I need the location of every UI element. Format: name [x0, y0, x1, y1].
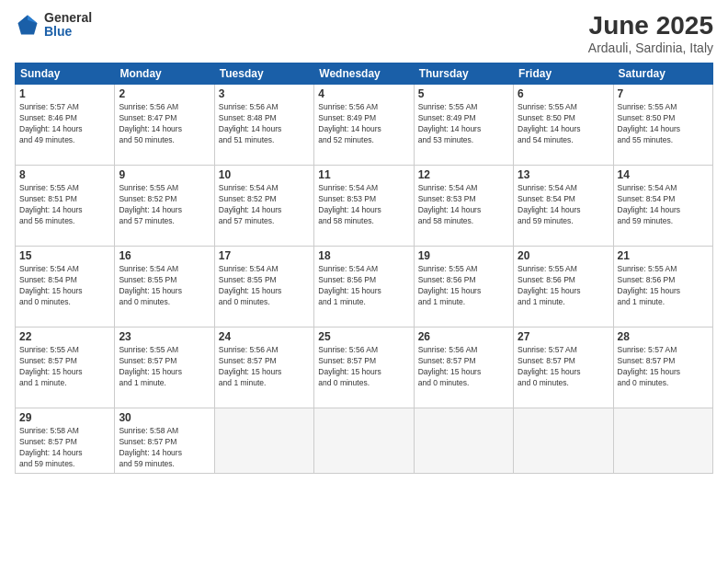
day-cell: 6Sunrise: 5:55 AM Sunset: 8:50 PM Daylig… — [514, 85, 613, 166]
day-info: Sunrise: 5:54 AM Sunset: 8:56 PM Dayligh… — [318, 264, 409, 308]
day-info: Sunrise: 5:55 AM Sunset: 8:57 PM Dayligh… — [19, 345, 110, 389]
day-number: 2 — [119, 87, 210, 100]
day-cell: 17Sunrise: 5:54 AM Sunset: 8:55 PM Dayli… — [214, 247, 313, 327]
header-saturday: Saturday — [613, 63, 712, 85]
day-cell — [514, 408, 613, 474]
day-info: Sunrise: 5:55 AM Sunset: 8:57 PM Dayligh… — [119, 345, 210, 389]
day-number: 11 — [318, 168, 409, 181]
day-cell: 19Sunrise: 5:55 AM Sunset: 8:56 PM Dayli… — [414, 247, 513, 327]
day-info: Sunrise: 5:54 AM Sunset: 8:55 PM Dayligh… — [119, 264, 210, 308]
logo-text: General Blue — [44, 11, 92, 40]
day-number: 30 — [119, 411, 210, 424]
day-cell: 10Sunrise: 5:54 AM Sunset: 8:52 PM Dayli… — [214, 166, 313, 247]
title-area: June 2025 Ardauli, Sardinia, Italy — [588, 11, 713, 55]
day-number: 27 — [518, 330, 609, 343]
day-cell: 30Sunrise: 5:58 AM Sunset: 8:57 PM Dayli… — [115, 408, 214, 474]
day-cell — [314, 408, 414, 474]
day-cell: 13Sunrise: 5:54 AM Sunset: 8:54 PM Dayli… — [514, 166, 613, 247]
day-number: 16 — [119, 249, 210, 262]
day-info: Sunrise: 5:58 AM Sunset: 8:57 PM Dayligh… — [19, 426, 110, 470]
day-cell: 25Sunrise: 5:56 AM Sunset: 8:57 PM Dayli… — [314, 327, 414, 408]
day-cell: 1Sunrise: 5:57 AM Sunset: 8:46 PM Daylig… — [16, 85, 115, 166]
header-wednesday: Wednesday — [314, 63, 414, 85]
day-info: Sunrise: 5:55 AM Sunset: 8:51 PM Dayligh… — [19, 183, 110, 227]
day-number: 15 — [19, 249, 110, 262]
day-info: Sunrise: 5:57 AM Sunset: 8:46 PM Dayligh… — [19, 102, 110, 146]
day-info: Sunrise: 5:56 AM Sunset: 8:57 PM Dayligh… — [318, 345, 409, 389]
day-info: Sunrise: 5:54 AM Sunset: 8:52 PM Dayligh… — [219, 183, 310, 227]
day-info: Sunrise: 5:54 AM Sunset: 8:54 PM Dayligh… — [618, 183, 709, 227]
day-number: 7 — [618, 87, 709, 100]
day-cell: 24Sunrise: 5:56 AM Sunset: 8:57 PM Dayli… — [214, 327, 313, 408]
day-info: Sunrise: 5:55 AM Sunset: 8:56 PM Dayligh… — [618, 264, 709, 308]
header: General Blue June 2025 Ardauli, Sardinia… — [15, 11, 713, 55]
day-number: 13 — [518, 168, 609, 181]
day-cell: 22Sunrise: 5:55 AM Sunset: 8:57 PM Dayli… — [16, 327, 115, 408]
calendar-subtitle: Ardauli, Sardinia, Italy — [588, 40, 713, 55]
day-cell — [214, 408, 313, 474]
day-info: Sunrise: 5:56 AM Sunset: 8:57 PM Dayligh… — [219, 345, 310, 389]
day-number: 3 — [219, 87, 310, 100]
day-number: 28 — [618, 330, 709, 343]
day-number: 20 — [518, 249, 609, 262]
day-number: 25 — [318, 330, 409, 343]
day-cell: 12Sunrise: 5:54 AM Sunset: 8:53 PM Dayli… — [414, 166, 513, 247]
day-number: 21 — [618, 249, 709, 262]
day-cell: 4Sunrise: 5:56 AM Sunset: 8:49 PM Daylig… — [314, 85, 414, 166]
day-number: 10 — [219, 168, 310, 181]
day-cell: 2Sunrise: 5:56 AM Sunset: 8:47 PM Daylig… — [115, 85, 214, 166]
day-info: Sunrise: 5:55 AM Sunset: 8:52 PM Dayligh… — [119, 183, 210, 227]
day-cell: 3Sunrise: 5:56 AM Sunset: 8:48 PM Daylig… — [214, 85, 313, 166]
day-number: 14 — [618, 168, 709, 181]
day-cell: 26Sunrise: 5:56 AM Sunset: 8:57 PM Dayli… — [414, 327, 513, 408]
day-number: 6 — [518, 87, 609, 100]
day-number: 8 — [19, 168, 110, 181]
header-sunday: Sunday — [16, 63, 115, 85]
day-cell: 11Sunrise: 5:54 AM Sunset: 8:53 PM Dayli… — [314, 166, 414, 247]
logo-general-text: General — [44, 11, 92, 25]
header-monday: Monday — [115, 63, 214, 85]
day-info: Sunrise: 5:55 AM Sunset: 8:56 PM Dayligh… — [518, 264, 609, 308]
day-info: Sunrise: 5:55 AM Sunset: 8:56 PM Dayligh… — [418, 264, 509, 308]
day-info: Sunrise: 5:54 AM Sunset: 8:55 PM Dayligh… — [219, 264, 310, 308]
day-info: Sunrise: 5:56 AM Sunset: 8:48 PM Dayligh… — [219, 102, 310, 146]
day-number: 17 — [219, 249, 310, 262]
calendar-body: 1Sunrise: 5:57 AM Sunset: 8:46 PM Daylig… — [16, 85, 713, 474]
calendar-page: General Blue June 2025 Ardauli, Sardinia… — [0, 0, 728, 563]
header-tuesday: Tuesday — [214, 63, 313, 85]
header-friday: Friday — [514, 63, 613, 85]
day-cell: 18Sunrise: 5:54 AM Sunset: 8:56 PM Dayli… — [314, 247, 414, 327]
day-cell: 27Sunrise: 5:57 AM Sunset: 8:57 PM Dayli… — [514, 327, 613, 408]
day-cell: 8Sunrise: 5:55 AM Sunset: 8:51 PM Daylig… — [16, 166, 115, 247]
day-cell — [414, 408, 513, 474]
day-info: Sunrise: 5:55 AM Sunset: 8:50 PM Dayligh… — [618, 102, 709, 146]
logo: General Blue — [15, 11, 92, 40]
day-cell: 15Sunrise: 5:54 AM Sunset: 8:54 PM Dayli… — [16, 247, 115, 327]
day-info: Sunrise: 5:55 AM Sunset: 8:50 PM Dayligh… — [518, 102, 609, 146]
day-cell: 29Sunrise: 5:58 AM Sunset: 8:57 PM Dayli… — [16, 408, 115, 474]
day-info: Sunrise: 5:54 AM Sunset: 8:53 PM Dayligh… — [318, 183, 409, 227]
day-cell: 9Sunrise: 5:55 AM Sunset: 8:52 PM Daylig… — [115, 166, 214, 247]
day-info: Sunrise: 5:55 AM Sunset: 8:49 PM Dayligh… — [418, 102, 509, 146]
day-number: 19 — [418, 249, 509, 262]
day-info: Sunrise: 5:54 AM Sunset: 8:54 PM Dayligh… — [19, 264, 110, 308]
day-number: 5 — [418, 87, 509, 100]
calendar-table: Sunday Monday Tuesday Wednesday Thursday… — [15, 63, 713, 474]
day-cell: 16Sunrise: 5:54 AM Sunset: 8:55 PM Dayli… — [115, 247, 214, 327]
day-info: Sunrise: 5:56 AM Sunset: 8:49 PM Dayligh… — [318, 102, 409, 146]
day-number: 1 — [19, 87, 110, 100]
day-number: 29 — [19, 411, 110, 424]
day-number: 23 — [119, 330, 210, 343]
day-info: Sunrise: 5:57 AM Sunset: 8:57 PM Dayligh… — [518, 345, 609, 389]
day-number: 22 — [19, 330, 110, 343]
day-number: 24 — [219, 330, 310, 343]
header-thursday: Thursday — [414, 63, 513, 85]
header-row: Sunday Monday Tuesday Wednesday Thursday… — [16, 63, 713, 85]
day-info: Sunrise: 5:54 AM Sunset: 8:54 PM Dayligh… — [518, 183, 609, 227]
day-number: 26 — [418, 330, 509, 343]
day-number: 9 — [119, 168, 210, 181]
day-cell: 21Sunrise: 5:55 AM Sunset: 8:56 PM Dayli… — [613, 247, 712, 327]
day-info: Sunrise: 5:54 AM Sunset: 8:53 PM Dayligh… — [418, 183, 509, 227]
day-info: Sunrise: 5:58 AM Sunset: 8:57 PM Dayligh… — [119, 426, 210, 470]
logo-blue-text: Blue — [44, 25, 92, 39]
